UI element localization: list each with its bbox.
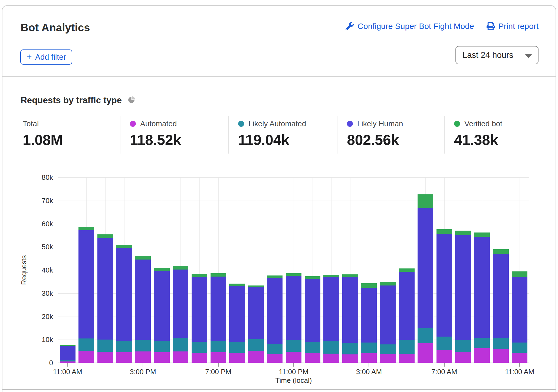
stat-likely-automated[interactable]: Likely Automated 119.04k xyxy=(228,116,336,154)
stat-value: 802.56k xyxy=(347,131,444,148)
printer-icon xyxy=(487,22,495,30)
stat-value: 118.52k xyxy=(130,131,228,148)
legend-dot-automated xyxy=(130,121,136,127)
legend-dot-likely-human xyxy=(347,121,353,127)
section-bottom-divider xyxy=(2,389,556,390)
chevron-down-icon xyxy=(525,54,532,58)
time-range-value: Last 24 hours xyxy=(462,50,513,60)
header-links: Configure Super Bot Fight Mode Print rep… xyxy=(346,22,539,31)
configure-link-label: Configure Super Bot Fight Mode xyxy=(357,22,474,31)
stat-label: Total xyxy=(23,119,39,128)
stat-likely-human[interactable]: Likely Human 802.56k xyxy=(337,116,444,154)
stat-verified-bot[interactable]: Verified bot 41.38k xyxy=(444,116,547,154)
stat-label: Verified bot xyxy=(464,119,502,128)
stat-automated[interactable]: Automated 118.52k xyxy=(120,116,228,154)
stat-label: Likely Automated xyxy=(248,119,306,128)
time-range-dropdown[interactable]: Last 24 hours xyxy=(455,46,539,64)
legend-dot-likely-automated xyxy=(238,121,244,127)
stat-value: 1.08M xyxy=(23,131,63,148)
stat-label: Automated xyxy=(140,119,177,128)
stats-row: Total 1.08M Automated 118.52k Likely Aut… xyxy=(0,116,558,156)
configure-super-bot-fight-mode-link[interactable]: Configure Super Bot Fight Mode xyxy=(346,22,474,31)
add-filter-label: Add filter xyxy=(35,53,66,62)
section-title-row: Requests by traffic type xyxy=(21,95,135,105)
print-report-link[interactable]: Print report xyxy=(487,22,539,31)
section-title: Requests by traffic type xyxy=(21,95,122,105)
stat-value: 119.04k xyxy=(238,131,336,148)
plus-icon: + xyxy=(27,52,32,61)
print-link-label: Print report xyxy=(498,22,539,31)
add-filter-button[interactable]: + Add filter xyxy=(20,49,72,65)
bot-analytics-page: Bot Analytics Configure Super Bot Fight … xyxy=(0,0,558,392)
stat-total: Total 1.08M xyxy=(23,116,63,154)
wrench-icon xyxy=(346,22,354,30)
pie-chart-icon xyxy=(128,96,135,105)
page-title: Bot Analytics xyxy=(21,22,90,34)
stat-label: Likely Human xyxy=(357,119,403,128)
header-divider xyxy=(2,76,556,77)
stat-value: 41.38k xyxy=(454,131,547,148)
legend-dot-verified-bot xyxy=(454,121,460,127)
